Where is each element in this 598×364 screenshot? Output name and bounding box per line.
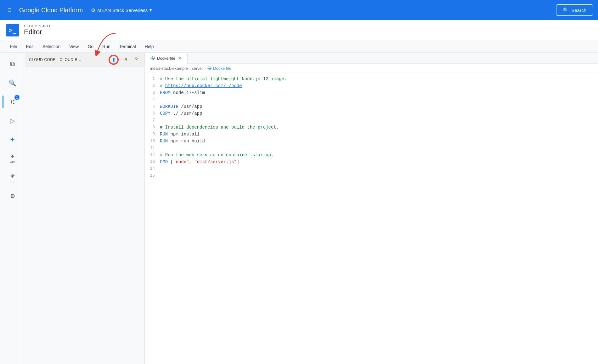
upload-icon: ⬆ xyxy=(112,57,116,63)
panel-title: CLOUD CODE - CLOUD R... xyxy=(29,58,81,62)
sub-header-title: Editor xyxy=(24,28,51,36)
settings-icon: ⚙ xyxy=(10,193,15,200)
code-line-6: 6 COPY ./ /usr/app xyxy=(145,110,598,117)
sidebar-item-extensions[interactable]: ✦ xyxy=(3,131,23,148)
breadcrumb-file: 🐳 Dockerfile xyxy=(207,66,231,71)
search-icon: 🔍 xyxy=(563,7,569,13)
sub-header: >_ CLOUD SHELL Editor xyxy=(0,20,598,40)
sidebar-item-explorer[interactable]: ⧉ xyxy=(3,55,23,73)
menu-icon[interactable]: ≡ xyxy=(5,3,14,17)
tab-dockerfile[interactable]: 🐳 Dockerfile ✕ xyxy=(145,53,188,64)
help-icon: ? xyxy=(135,57,138,63)
search-button[interactable]: 🔍 Search xyxy=(556,4,593,16)
code-editor[interactable]: 1 # Use the official lightweight Node.js… xyxy=(145,73,598,364)
cloud-shell-icon: >_ xyxy=(6,24,19,36)
code-line-10: 10 RUN npm run build xyxy=(145,138,598,145)
menu-help[interactable]: Help xyxy=(141,42,158,51)
menu-terminal[interactable]: Terminal xyxy=(116,42,140,51)
search-label: Search xyxy=(571,8,586,13)
code-line-12: 12 # Run the web service on container st… xyxy=(145,152,598,158)
extensions-icon: ✦ xyxy=(10,136,15,143)
menu-file[interactable]: File xyxy=(6,42,21,51)
tab-label: Dockerfile xyxy=(157,56,175,61)
panel-header: CLOUD CODE - CLOUD R... ⬆ ↺ ? xyxy=(25,53,144,67)
sub-header-label: CLOUD SHELL xyxy=(24,24,51,28)
project-icon: ⚙ xyxy=(91,7,95,13)
code-line-5: 5 WORKDIR /usr/app xyxy=(145,103,598,110)
source-control-badge: 1 xyxy=(14,95,20,100)
code-line-3: 3 FROM node:17-slim xyxy=(145,89,598,96)
help-button[interactable]: ? xyxy=(132,55,141,64)
terraform-icon: ◈ xyxy=(10,172,15,179)
code-line-11: 11 xyxy=(145,145,598,152)
source-control-icon: ⑆ xyxy=(11,98,14,106)
sidebar-item-terraform[interactable]: ◈ [...] xyxy=(3,168,23,186)
code-line-4: 4 xyxy=(145,96,598,103)
sidebar-item-api[interactable]: ✦ API xyxy=(3,150,23,167)
code-line-7: 7 xyxy=(145,117,598,124)
code-line-9: 9 RUN npm install xyxy=(145,131,598,138)
editor-area: 🐳 Dockerfile ✕ mean-stack-example › serv… xyxy=(145,53,598,364)
sidebar-icons: ⧉ ○ 🔍 ⑆ 1 ▷ ✦ ✦ API ◈ [...] ⚙ xyxy=(0,53,25,364)
terraform-label: [...] xyxy=(10,179,14,183)
main-layout: ⧉ ○ 🔍 ⑆ 1 ▷ ✦ ✦ API ◈ [...] ⚙ xyxy=(0,53,598,364)
refresh-icon: ↺ xyxy=(123,57,127,63)
code-line-8: 8 # Install dependencies and build the p… xyxy=(145,124,598,131)
copy-icon: ⧉ xyxy=(10,60,15,68)
api-label: API xyxy=(10,161,15,164)
sidebar-item-source-control[interactable]: ⑆ 1 xyxy=(3,93,23,111)
debug-icon: ▷ xyxy=(10,117,15,124)
panel-content xyxy=(25,67,144,364)
code-line-13: 13 CMD ["node", "dist/server.js"] xyxy=(145,158,598,165)
code-line-15: 15 xyxy=(145,172,598,179)
menu-edit[interactable]: Edit xyxy=(22,42,37,51)
project-name: MEAN Stack Serverless xyxy=(97,8,148,13)
panel: CLOUD CODE - CLOUD R... ⬆ ↺ ? xyxy=(25,53,145,364)
docker-tab-icon: 🐳 xyxy=(150,56,155,61)
menu-run[interactable]: Run xyxy=(99,42,114,51)
panel-actions: ⬆ ↺ ? xyxy=(109,55,141,64)
project-selector[interactable]: ⚙ MEAN Stack Serverless ▾ xyxy=(88,5,155,15)
breadcrumb: mean-stack-example › server › 🐳 Dockerfi… xyxy=(145,64,598,73)
tabs-bar: 🐳 Dockerfile ✕ xyxy=(145,53,598,64)
header: ≡ Google Cloud Platform ⚙ MEAN Stack Ser… xyxy=(0,0,598,20)
menu-bar: File Edit Selection View Go Run Terminal… xyxy=(0,40,598,53)
breadcrumb-root: mean-stack-example xyxy=(150,66,188,71)
terminal-icon: >_ xyxy=(9,26,16,34)
sidebar-item-settings[interactable]: ⚙ xyxy=(3,187,23,205)
menu-selection[interactable]: Selection xyxy=(39,42,65,51)
logo: Google Cloud Platform xyxy=(19,7,83,14)
sidebar-item-search[interactable]: ○ 🔍 xyxy=(3,74,23,92)
code-line-14: 14 xyxy=(145,165,598,172)
chevron-down-icon: ▾ xyxy=(150,7,152,13)
tab-close-button[interactable]: ✕ xyxy=(177,55,182,61)
api-icon: ✦ xyxy=(10,153,15,160)
upload-button[interactable]: ⬆ xyxy=(109,55,118,64)
code-line-2: 2 # https://hub.docker.com/_/node xyxy=(145,82,598,89)
menu-view[interactable]: View xyxy=(65,42,82,51)
sub-header-text: CLOUD SHELL Editor xyxy=(24,24,51,36)
code-line-1: 1 # Use the official lightweight Node.js… xyxy=(145,75,598,82)
refresh-button[interactable]: ↺ xyxy=(121,55,129,64)
sidebar-item-debug[interactable]: ▷ xyxy=(3,112,23,130)
menu-go[interactable]: Go xyxy=(84,42,97,51)
breadcrumb-server: server xyxy=(192,66,203,71)
